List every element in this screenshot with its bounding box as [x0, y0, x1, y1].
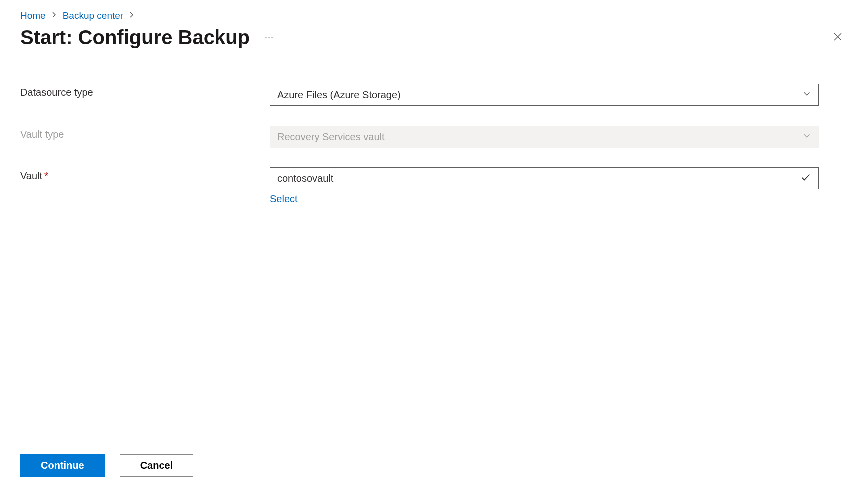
select-vault[interactable]: contosovault	[270, 167, 819, 189]
title-row: Start: Configure Backup ···	[20, 26, 848, 49]
chevron-right-icon	[129, 11, 134, 20]
select-vault-type-value: Recovery Services vault	[277, 131, 385, 143]
label-vault-type: Vault type	[20, 126, 270, 140]
select-datasource-type[interactable]: Azure Files (Azure Storage)	[270, 84, 819, 106]
select-vault-type: Recovery Services vault	[270, 126, 819, 148]
page-title: Start: Configure Backup	[20, 26, 250, 49]
breadcrumb: Home Backup center	[20, 10, 848, 21]
continue-button[interactable]: Continue	[20, 454, 105, 477]
chevron-down-icon	[802, 131, 811, 143]
breadcrumb-home[interactable]: Home	[20, 10, 46, 21]
close-icon[interactable]	[828, 27, 848, 48]
more-actions-button[interactable]: ···	[265, 32, 274, 43]
label-datasource-type: Datasource type	[20, 84, 270, 98]
row-vault-type: Vault type Recovery Services vault	[20, 126, 848, 148]
check-icon	[800, 172, 811, 185]
label-vault: Vault*	[20, 167, 270, 182]
chevron-right-icon	[52, 11, 57, 20]
select-datasource-type-value: Azure Files (Azure Storage)	[277, 89, 401, 101]
breadcrumb-backup-center[interactable]: Backup center	[63, 10, 123, 21]
row-datasource-type: Datasource type Azure Files (Azure Stora…	[20, 84, 848, 106]
select-vault-value: contosovault	[277, 173, 333, 184]
chevron-down-icon	[802, 89, 811, 101]
form-area: Datasource type Azure Files (Azure Stora…	[20, 84, 848, 205]
row-vault: Vault* contosovault Select	[20, 167, 848, 205]
select-vault-link[interactable]: Select	[270, 193, 819, 205]
footer-bar: Continue Cancel	[0, 445, 868, 477]
cancel-button[interactable]: Cancel	[120, 454, 194, 477]
required-indicator: *	[44, 170, 48, 181]
